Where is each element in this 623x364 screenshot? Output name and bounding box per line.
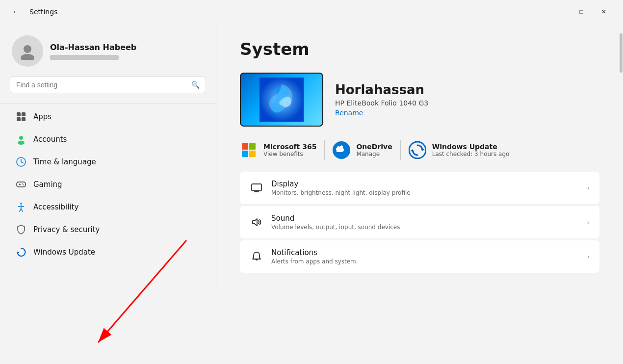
gaming-label: Gaming: [33, 180, 62, 189]
sidebar-item-accessibility[interactable]: Accessibility: [4, 196, 212, 218]
device-image: [240, 73, 323, 127]
sound-text: Sound Volume levels, output, input, soun…: [271, 214, 400, 231]
search-box[interactable]: 🔍: [10, 77, 206, 93]
back-button[interactable]: ←: [8, 4, 24, 20]
accessibility-label: Accessibility: [33, 203, 78, 211]
svg-rect-28: [252, 184, 261, 191]
services-row: Microsoft 365 View benefits OneDrive: [240, 140, 599, 160]
notifications-title: Notifications: [271, 248, 356, 257]
display-text: Display Monitors, brightness, night ligh…: [271, 180, 411, 196]
time-icon: [16, 156, 26, 167]
search-input[interactable]: [16, 81, 187, 89]
svg-point-6: [19, 136, 23, 140]
app-title: Settings: [29, 8, 57, 16]
device-card: Horlahassan HP EliteBook Folio 1040 G3 R…: [240, 73, 599, 127]
sidebar-item-winupdate[interactable]: Windows Update: [4, 241, 212, 263]
privacy-icon: [16, 224, 26, 235]
winupdate-service-name: Windows Update: [432, 143, 510, 151]
winupdate-service-text: Windows Update Last checked: 3 hours ago: [432, 143, 510, 157]
settings-row-sound[interactable]: Sound Volume levels, output, input, soun…: [240, 206, 599, 238]
sidebar-item-accounts[interactable]: Accounts: [4, 129, 212, 150]
time-label: Time & language: [33, 157, 96, 166]
notifications-desc: Alerts from apps and system: [271, 258, 356, 265]
svg-rect-22: [242, 143, 248, 150]
maximize-button[interactable]: □: [570, 4, 593, 20]
svg-rect-3: [22, 112, 26, 116]
settings-row-sound-left: Sound Volume levels, output, input, soun…: [250, 214, 400, 231]
settings-row-display-left: Display Monitors, brightness, night ligh…: [250, 180, 411, 196]
service-onedrive[interactable]: OneDrive Manage: [333, 140, 392, 160]
service-ms365[interactable]: Microsoft 365 View benefits: [240, 140, 316, 160]
svg-line-10: [21, 162, 23, 163]
svg-rect-25: [249, 151, 256, 157]
device-model: HP EliteBook Folio 1040 G3: [335, 99, 428, 107]
sound-chevron: ›: [587, 218, 590, 226]
service-sep-1: [324, 140, 325, 160]
sound-icon: [250, 215, 263, 229]
accessibility-icon: [16, 202, 26, 212]
svg-rect-4: [17, 117, 21, 121]
winupdate-service-icon: [409, 141, 426, 159]
settings-row-display[interactable]: Display Monitors, brightness, night ligh…: [240, 172, 599, 204]
svg-line-20: [21, 208, 23, 211]
close-button[interactable]: ✕: [593, 4, 615, 20]
apps-icon: [16, 111, 26, 122]
onedrive-sub: Manage: [356, 151, 392, 157]
gaming-icon: [16, 179, 26, 190]
svg-point-7: [18, 141, 25, 145]
search-icon: 🔍: [191, 81, 200, 89]
service-sep-2: [400, 140, 401, 160]
display-desc: Monitors, brightness, night light, displ…: [271, 189, 411, 196]
onedrive-text: OneDrive Manage: [356, 143, 392, 157]
svg-rect-11: [17, 182, 26, 187]
winupdate-icon: [16, 247, 26, 258]
sound-desc: Volume levels, output, input, sound devi…: [271, 224, 400, 231]
svg-marker-31: [253, 219, 257, 226]
rename-link[interactable]: Rename: [335, 109, 428, 117]
user-profile[interactable]: Ola-Hassan Habeeb: [0, 24, 216, 77]
user-sub-info: [50, 55, 119, 60]
minimize-button[interactable]: —: [547, 4, 570, 20]
accounts-label: Accounts: [33, 135, 67, 144]
app-body: Ola-Hassan Habeeb 🔍: [0, 24, 623, 288]
ms365-sub: View benefits: [263, 151, 316, 157]
display-chevron: ›: [587, 184, 590, 192]
sidebar-item-gaming[interactable]: Gaming: [4, 174, 212, 195]
svg-point-1: [21, 54, 34, 60]
notifications-icon: [250, 250, 263, 263]
svg-rect-24: [242, 151, 248, 157]
svg-point-0: [24, 45, 31, 53]
winupdate-label: Windows Update: [33, 248, 95, 257]
settings-row-notifications[interactable]: Notifications Alerts from apps and syste…: [240, 240, 599, 273]
accounts-icon: [16, 134, 26, 145]
page-title: System: [240, 39, 599, 59]
display-icon: [250, 181, 263, 195]
device-info: Horlahassan HP EliteBook Folio 1040 G3 R…: [335, 82, 428, 117]
display-title: Display: [271, 180, 411, 188]
notifications-text: Notifications Alerts from apps and syste…: [271, 248, 356, 265]
settings-row-notifications-left: Notifications Alerts from apps and syste…: [250, 248, 356, 265]
svg-point-16: [20, 203, 22, 205]
user-name: Ola-Hassan Habeeb: [50, 43, 136, 52]
sidebar-item-time[interactable]: Time & language: [4, 151, 212, 173]
settings-list: Display Monitors, brightness, night ligh…: [240, 172, 599, 273]
onedrive-icon: [333, 141, 350, 159]
ms365-name: Microsoft 365: [263, 143, 316, 151]
privacy-label: Privacy & security: [33, 225, 100, 234]
sidebar-item-apps[interactable]: Apps: [4, 106, 212, 128]
sidebar-item-privacy[interactable]: Privacy & security: [4, 219, 212, 240]
svg-point-14: [22, 183, 23, 184]
device-name: Horlahassan: [335, 82, 428, 97]
ms365-text: Microsoft 365 View benefits: [263, 143, 316, 157]
scrollbar[interactable]: [619, 24, 623, 288]
svg-rect-2: [17, 112, 21, 116]
title-bar: ← Settings — □ ✕: [0, 0, 623, 24]
sidebar: Ola-Hassan Habeeb 🔍: [0, 24, 216, 288]
sound-title: Sound: [271, 214, 400, 223]
service-winupdate[interactable]: Windows Update Last checked: 3 hours ago: [409, 140, 510, 160]
onedrive-name: OneDrive: [356, 143, 392, 151]
svg-rect-23: [249, 143, 256, 150]
notifications-chevron: ›: [587, 253, 590, 260]
svg-rect-5: [22, 117, 26, 121]
window-controls: — □ ✕: [547, 4, 615, 20]
